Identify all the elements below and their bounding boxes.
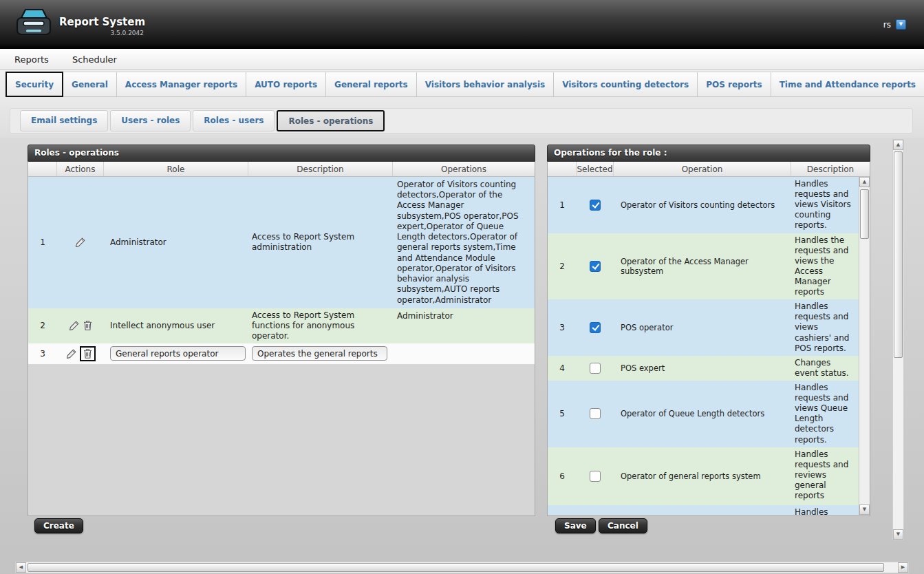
roles-panel: Roles - operations Actions Role Descript… [28, 145, 535, 516]
operation-checkbox[interactable] [590, 200, 601, 211]
role-cell: Administrator [104, 177, 248, 308]
table-row[interactable]: 1 Administrator Access to Report System … [28, 177, 535, 308]
row-number: 3 [28, 343, 57, 364]
row-number: 1 [28, 177, 57, 308]
operation-cell: Operator of general reports system [614, 447, 791, 505]
operation-row: 1 Operator of Visitors counting detector… [548, 177, 859, 233]
role-cell: Intellect anonymous user [104, 308, 248, 343]
description-cell [248, 343, 393, 364]
col-actions: Actions [57, 162, 104, 176]
operations-rows: 1 Operator of Visitors counting detector… [548, 177, 859, 515]
row-actions [57, 343, 104, 364]
selected-cell [577, 233, 614, 300]
col-description: Description [791, 162, 870, 176]
scroll-down-icon[interactable]: ▼ [893, 529, 903, 540]
row-number: 2 [548, 233, 577, 300]
operation-row: Handles requests and [548, 505, 859, 515]
subtab-email-settings[interactable]: Email settings [20, 110, 108, 131]
page-vertical-scrollbar[interactable]: ▲ ▼ [892, 139, 904, 540]
scroll-down-icon[interactable]: ▼ [859, 504, 870, 515]
operation-row: 2 Operator of the Access Manager subsyst… [548, 233, 859, 300]
subtab-users-roles[interactable]: Users - roles [110, 110, 191, 131]
role-name-input[interactable] [110, 346, 246, 361]
selected-cell [577, 177, 614, 233]
operations-cell: Administrator [393, 308, 535, 343]
selected-cell [577, 381, 614, 447]
chevron-down-icon: ▼ [899, 22, 903, 27]
operations-panel-title: Operations for the role : [547, 145, 870, 162]
scroll-right-icon[interactable]: ▶ [898, 562, 908, 573]
row-number: 3 [548, 299, 577, 356]
role-cell [104, 343, 248, 364]
description-cell: Changes event status. [791, 356, 859, 381]
scroll-left-icon[interactable]: ◀ [16, 562, 26, 573]
col-operations: Operations [393, 162, 535, 176]
operations-panel-body: Selected Operation Description 1 Operato… [547, 162, 870, 516]
row-actions [57, 308, 104, 343]
subtab-roles-operations[interactable]: Roles - operations [277, 110, 385, 131]
app-version: 3.5.0.2042 [59, 30, 145, 36]
col-blank [548, 162, 577, 176]
description-cell: Handles requests and views cashiers' and… [791, 299, 859, 356]
operation-cell: Operator of Visitors counting detectors [614, 177, 791, 233]
scroll-up-icon[interactable]: ▲ [893, 140, 903, 150]
subtab-roles-users[interactable]: Roles - users [193, 110, 275, 131]
col-selected: Selected [577, 162, 614, 176]
tab-visitors-counting-detectors[interactable]: Visitors counting detectors [554, 72, 698, 97]
operation-checkbox[interactable] [590, 322, 601, 333]
operations-cell [393, 343, 535, 364]
scrollbar-thumb[interactable] [860, 189, 869, 239]
roles-table-header: Actions Role Description Operations [28, 162, 535, 177]
cancel-button[interactable]: Cancel [599, 518, 647, 533]
row-number: 2 [28, 308, 57, 343]
create-button[interactable]: Create [34, 518, 83, 533]
operation-cell: POS expert [614, 356, 791, 381]
role-description-input[interactable] [252, 346, 387, 361]
tab-access-manager-reports[interactable]: Access Manager reports [117, 72, 246, 97]
main-tabs: Security General Access Manager reports … [6, 72, 921, 97]
scrollbar-thumb[interactable] [894, 151, 903, 358]
user-menu-button[interactable]: ▼ [896, 19, 906, 30]
description-cell: Handles requests and views Visitors coun… [791, 177, 859, 233]
operation-checkbox[interactable] [590, 408, 601, 419]
scroll-up-icon[interactable]: ▲ [859, 177, 870, 187]
description-cell: Handles requests and reviews general rep… [791, 447, 859, 505]
operations-cell: Operator of Visitors counting detectors,… [393, 177, 535, 308]
description-cell: Handles requests and [791, 505, 859, 515]
tab-general-reports[interactable]: General reports [326, 72, 417, 97]
edit-icon[interactable] [66, 348, 77, 359]
app-title: Report System [59, 16, 145, 28]
tab-visitors-behavior-analysis[interactable]: Visitors behavior analysis [417, 72, 554, 97]
menu-reports[interactable]: Reports [3, 49, 61, 70]
delete-icon-highlight-box [80, 346, 96, 361]
table-row[interactable]: 2 Intellect anonymous user Access to Rep… [28, 308, 535, 343]
operation-cell [614, 505, 791, 515]
delete-icon[interactable] [83, 320, 93, 331]
save-button[interactable]: Save [555, 518, 596, 533]
sub-tabs: Email settings Users - roles Roles - use… [10, 108, 913, 134]
delete-icon[interactable] [83, 348, 93, 359]
page-horizontal-scrollbar[interactable]: ◀ ▶ [15, 562, 909, 573]
menu-scheduler[interactable]: Scheduler [61, 49, 129, 70]
row-number [548, 505, 577, 515]
scrollbar-thumb[interactable] [28, 563, 884, 572]
tab-pos-reports[interactable]: POS reports [698, 72, 771, 97]
operation-cell: Operator of Queue Length detectors [614, 381, 791, 447]
operation-checkbox[interactable] [590, 471, 601, 482]
tab-auto-reports[interactable]: AUTO reports [246, 72, 326, 97]
description-cell: Handles the requests and views the Acces… [791, 233, 859, 300]
table-row-editing[interactable]: 3 [28, 343, 535, 364]
description-cell: Handles requests and views Queue Length … [791, 381, 859, 447]
tab-security[interactable]: Security [6, 72, 63, 97]
tab-time-and-attendance-reports[interactable]: Time and Attendance reports [771, 72, 924, 97]
operation-checkbox[interactable] [590, 363, 601, 374]
operation-checkbox[interactable] [590, 261, 601, 272]
edit-icon[interactable] [75, 237, 86, 248]
edit-icon[interactable] [69, 320, 80, 331]
tab-general[interactable]: General [63, 72, 117, 97]
selected-cell [577, 299, 614, 356]
user-area: rs ▼ [883, 19, 906, 30]
row-number: 4 [548, 356, 577, 381]
operations-table-scrollbar[interactable]: ▲ ▼ [859, 177, 870, 515]
row-number: 5 [548, 381, 577, 447]
